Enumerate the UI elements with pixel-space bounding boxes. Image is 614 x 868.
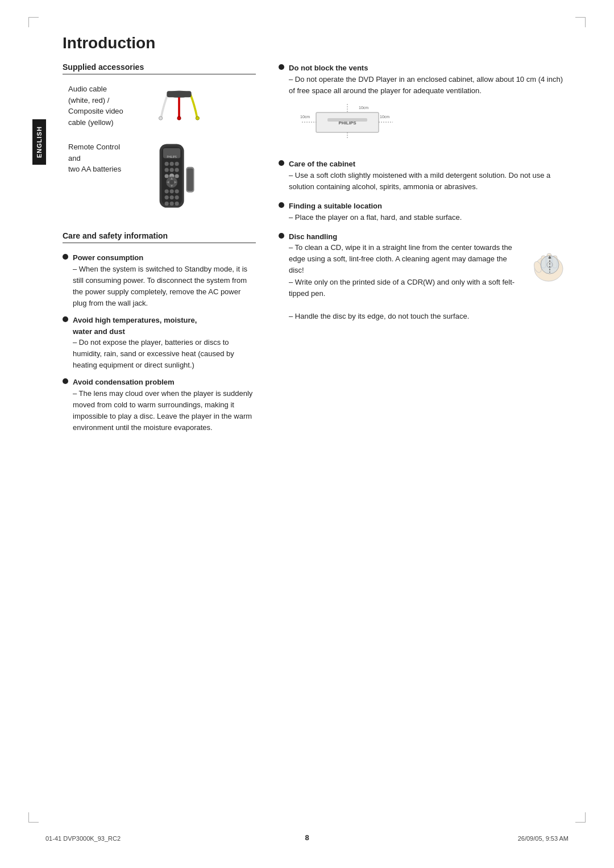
bullet-text-disc: – To clean a CD, wipe it in a straight l… [289, 242, 524, 322]
bullet-text-cabinet: – Use a soft cloth slightly moistened wi… [289, 170, 569, 193]
bullet-high-temp: Avoid high temperatures, moisture,water … [63, 315, 256, 371]
svg-point-11 [165, 168, 169, 172]
svg-point-23 [165, 189, 169, 193]
bullet-heading-temp: Avoid high temperatures, moisture,water … [73, 315, 256, 337]
cable-icon [154, 89, 205, 123]
svg-point-9 [170, 162, 174, 166]
bullet-condensation: Avoid condensation problem – The lens ma… [63, 377, 256, 433]
care-safety-section: Care and safety information Power consum… [63, 231, 256, 434]
svg-point-30 [170, 202, 174, 206]
bullet-content-disc: Disc handling – To clean a CD, wipe it i… [289, 231, 569, 322]
bullet-power-consumption: Power consumption – When the system is s… [63, 252, 256, 309]
bullet-dot-condensation [63, 378, 68, 384]
svg-point-10 [175, 162, 179, 166]
bullet-dot-cabinet [279, 160, 284, 166]
svg-point-29 [165, 202, 169, 206]
svg-point-1 [159, 116, 162, 120]
care-safety-heading: Care and safety information [63, 231, 256, 243]
bullet-vents: Do not block the vents – Do not operate … [279, 62, 569, 151]
bullet-content-vents: Do not block the vents – Do not operate … [289, 62, 569, 151]
bullet-text-power: – When the system is switched to Standby… [73, 264, 256, 310]
svg-point-22 [169, 180, 175, 185]
svg-point-31 [175, 202, 179, 206]
left-column: Supplied accessories Audio cable(white, … [63, 62, 256, 440]
bullet-text-condensation: – The lens may cloud over when the playe… [73, 388, 256, 434]
bullet-content-cabinet: Care of the cabinet – Use a soft cloth s… [289, 158, 569, 193]
svg-point-26 [165, 195, 169, 199]
svg-point-25 [175, 189, 179, 193]
svg-text:10cm: 10cm [380, 115, 389, 119]
bullet-dot-vents [279, 64, 284, 70]
bullet-text-location: – Place the player on a flat, hard, and … [289, 212, 462, 223]
bullet-content-condensation: Avoid condensation problem – The lens ma… [73, 377, 256, 433]
bullet-location: Finding a suitable location – Place the … [279, 201, 569, 223]
bullet-text-temp: – Do not expose the player, batteries or… [73, 337, 256, 371]
svg-point-2 [177, 116, 181, 120]
bullet-disc: Disc handling – To clean a CD, wipe it i… [279, 231, 569, 322]
bullet-text-vents: – Do not operate the DVD Player in an en… [289, 74, 569, 97]
svg-point-8 [165, 162, 169, 166]
bullet-dot-power [63, 254, 68, 260]
footer-left: 01-41 DVP3000K_93_RC2 [45, 835, 121, 842]
corner-mark-tr [575, 17, 586, 27]
svg-point-12 [170, 168, 174, 172]
svg-point-28 [175, 195, 179, 199]
svg-text:10cm: 10cm [300, 115, 310, 119]
supplied-accessories-heading: Supplied accessories [63, 62, 256, 74]
right-column: Do not block the vents – Do not operate … [279, 62, 569, 330]
svg-rect-34 [187, 169, 193, 191]
svg-point-14 [165, 174, 169, 178]
bullet-heading-cabinet: Care of the cabinet [289, 158, 569, 170]
remote-icon: PHILIPS [154, 141, 196, 215]
bullet-heading-power: Power consumption [73, 252, 256, 264]
page-container: English Introduction Supplied accessorie… [0, 0, 614, 868]
svg-text:10cm: 10cm [359, 106, 368, 110]
bullet-heading-vents: Do not block the vents [289, 62, 569, 74]
svg-rect-4 [167, 91, 191, 97]
bullet-dot-disc [279, 233, 284, 239]
bullet-content-temp: Avoid high temperatures, moisture,water … [73, 315, 256, 371]
bullet-cabinet: Care of the cabinet – Use a soft cloth s… [279, 158, 569, 193]
main-content: Introduction Supplied accessories Audio … [63, 34, 569, 440]
svg-point-24 [170, 189, 174, 193]
bullet-content-location: Finding a suitable location – Place the … [289, 201, 462, 223]
remote-control-item: Remote Controlandtwo AA batteries [68, 141, 256, 215]
disc-cleaning-icon [529, 243, 569, 286]
sidebar-language-label: English [32, 119, 46, 165]
bullet-heading-disc: Disc handling [289, 231, 569, 243]
page-footer: 01-41 DVP3000K_93_RC2 26/09/05, 9:53 AM [45, 835, 569, 842]
remote-label: Remote Controlandtwo AA batteries [68, 141, 142, 175]
bullet-dot-temp [63, 316, 68, 322]
svg-text:PHILIPS: PHILIPS [167, 156, 177, 158]
corner-mark-bl [28, 812, 39, 823]
two-column-layout: Supplied accessories Audio cable(white, … [63, 62, 569, 440]
bullet-heading-location: Finding a suitable location [289, 201, 462, 212]
bullet-dot-location [279, 202, 284, 208]
audio-cable-label: Audio cable(white, red) /Composite video… [68, 84, 142, 128]
svg-point-3 [196, 116, 199, 120]
audio-cable-item: Audio cable(white, red) /Composite video… [68, 84, 256, 128]
vent-diagram-svg: PHILIPS 10cm 10cm [299, 101, 396, 141]
vent-diagram: PHILIPS 10cm 10cm [299, 101, 569, 144]
page-title: Introduction [63, 34, 569, 52]
bullet-content-power: Power consumption – When the system is s… [73, 252, 256, 309]
footer-right: 26/09/05, 9:53 AM [518, 835, 569, 842]
svg-point-27 [170, 195, 174, 199]
svg-point-16 [175, 174, 179, 178]
bullet-heading-condensation: Avoid condensation problem [73, 377, 256, 388]
corner-mark-br [575, 812, 586, 823]
corner-mark-tl [28, 17, 39, 27]
svg-point-13 [175, 168, 179, 172]
svg-rect-44 [327, 118, 367, 122]
